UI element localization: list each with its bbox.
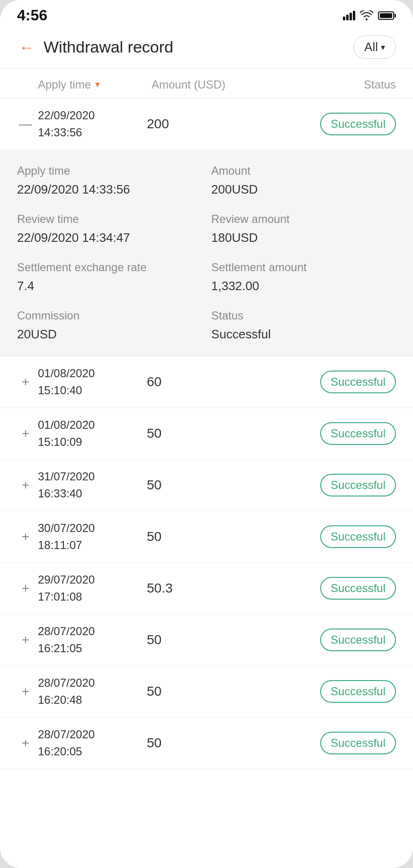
commission-label: Commission: [17, 308, 202, 324]
header-left: ← Withdrawal record: [17, 38, 173, 57]
successful-badge: Successful: [320, 629, 396, 651]
phone-frame: 4:56: [0, 0, 413, 868]
expand-icon: +: [17, 735, 34, 752]
record-amount: 50: [133, 684, 320, 699]
status-time: 4:56: [17, 7, 47, 24]
record-datetime: 31/07/2020 16:33:40: [38, 468, 133, 502]
expand-icon: +: [17, 528, 34, 545]
back-arrow-icon: ←: [19, 40, 34, 55]
wifi-icon: [360, 10, 373, 21]
status-icons: [343, 10, 396, 21]
expand-icon: +: [17, 477, 34, 494]
review-time-label: Review time: [17, 211, 202, 227]
record-time: 16:33:40: [38, 485, 133, 502]
status-badge: Successful: [320, 422, 396, 445]
record-detail: Apply time 22/09/2020 14:33:56 Amount 20…: [0, 150, 413, 356]
expand-icon: +: [17, 683, 34, 700]
detail-review-amount: Review amount 180USD: [211, 211, 396, 246]
col-status-header: Status: [320, 78, 396, 91]
record-date: 29/07/2020: [38, 571, 133, 588]
record-time: 16:20:05: [38, 743, 133, 760]
record-amount: 60: [133, 374, 320, 390]
record-time: 18:11:07: [38, 537, 133, 554]
record-time: 17:01:08: [38, 588, 133, 605]
record-datetime: 28/07/2020 16:20:05: [38, 726, 133, 760]
successful-badge: Successful: [320, 474, 396, 496]
apply-time-label: Apply time: [38, 78, 91, 91]
back-button[interactable]: ←: [17, 38, 36, 57]
record-time: 15:10:09: [38, 434, 133, 451]
status-badge: Successful: [320, 629, 396, 651]
status-badge: Successful: [320, 525, 396, 548]
record-date: 31/07/2020: [38, 468, 133, 485]
record-date: 30/07/2020: [38, 520, 133, 537]
commission-value: 20USD: [17, 326, 202, 343]
record-datetime: 22/09/2020 14:33:56: [38, 107, 133, 141]
filter-label: All: [364, 40, 378, 54]
battery-icon: [378, 11, 396, 20]
review-time-value: 22/09/2020 14:34:47: [17, 229, 202, 246]
record-row[interactable]: + 28/07/2020 16:20:48 50 Successful: [0, 666, 413, 717]
status-bar: 4:56: [0, 0, 413, 28]
apply-time-label: Apply time: [17, 163, 202, 179]
record-datetime: 30/07/2020 18:11:07: [38, 520, 133, 554]
status-badge: Successful: [320, 732, 396, 754]
record-time: 15:10:40: [38, 382, 133, 399]
expand-icon: +: [17, 373, 34, 390]
successful-badge: Successful: [320, 113, 396, 135]
record-row[interactable]: + 01/08/2020 15:10:40 60 Successful: [0, 356, 413, 408]
header: ← Withdrawal record All ▾: [0, 28, 413, 68]
record-date: 22/09/2020: [38, 107, 133, 124]
record-row[interactable]: + 28/07/2020 16:21:05 50 Successful: [0, 614, 413, 666]
successful-badge: Successful: [320, 732, 396, 754]
apply-time-value: 22/09/2020 14:33:56: [17, 181, 202, 198]
sort-icon: ▼: [94, 80, 101, 89]
status-badge: Successful: [320, 371, 396, 393]
chevron-down-icon: ▾: [381, 42, 385, 53]
record-amount: 50: [133, 735, 320, 751]
detail-review-time: Review time 22/09/2020 14:34:47: [17, 211, 202, 246]
record-amount: 50: [133, 529, 320, 544]
record-date: 01/08/2020: [38, 365, 133, 382]
record-row[interactable]: — 22/09/2020 14:33:56 200 Successful: [0, 98, 413, 150]
record-date: 28/07/2020: [38, 726, 133, 743]
settlement-amount-value: 1,332.00: [211, 277, 396, 294]
record-row[interactable]: + 28/07/2020 16:20:05 50 Successful: [0, 717, 413, 769]
record-row[interactable]: + 01/08/2020 15:10:09 50 Successful: [0, 408, 413, 460]
review-amount-value: 180USD: [211, 229, 396, 246]
record-row[interactable]: + 30/07/2020 18:11:07 50 Successful: [0, 511, 413, 563]
detail-commission: Commission 20USD: [17, 308, 202, 343]
record-amount: 200: [133, 116, 320, 132]
record-amount: 50: [133, 478, 320, 493]
collapse-icon: —: [17, 115, 34, 133]
record-date: 28/07/2020: [38, 623, 133, 640]
record-datetime: 28/07/2020 16:21:05: [38, 623, 133, 657]
status-label: Status: [211, 308, 396, 324]
record-datetime: 28/07/2020 16:20:48: [38, 674, 133, 709]
col-time-header: Apply time ▼: [38, 78, 152, 91]
record-amount: 50: [133, 632, 320, 647]
record-amount: 50.3: [133, 581, 320, 596]
record-time: 14:33:56: [38, 124, 133, 141]
record-row[interactable]: + 31/07/2020 16:33:40 50 Successful: [0, 460, 413, 511]
record-row[interactable]: + 29/07/2020 17:01:08 50.3 Successful: [0, 563, 413, 614]
review-amount-label: Review amount: [211, 211, 396, 227]
record-datetime: 01/08/2020 15:10:09: [38, 416, 133, 451]
record-date: 28/07/2020: [38, 674, 133, 691]
col-amount-header: Amount (USD): [152, 78, 320, 91]
amount-label: Amount: [211, 163, 396, 179]
status-badge: Successful: [320, 577, 396, 600]
settlement-rate-value: 7.4: [17, 277, 202, 294]
amount-value: 200USD: [211, 181, 396, 198]
successful-badge: Successful: [320, 371, 396, 393]
successful-badge: Successful: [320, 680, 396, 703]
record-time: 16:20:48: [38, 691, 133, 709]
table-header: Apply time ▼ Amount (USD) Status: [0, 69, 413, 98]
expand-icon: +: [17, 580, 34, 597]
successful-badge: Successful: [320, 525, 396, 548]
record-datetime: 01/08/2020 15:10:40: [38, 365, 133, 399]
filter-button[interactable]: All ▾: [353, 35, 396, 59]
status-badge: Successful: [320, 680, 396, 703]
detail-settlement-rate: Settlement exchange rate 7.4: [17, 259, 202, 294]
settlement-rate-label: Settlement exchange rate: [17, 259, 202, 275]
